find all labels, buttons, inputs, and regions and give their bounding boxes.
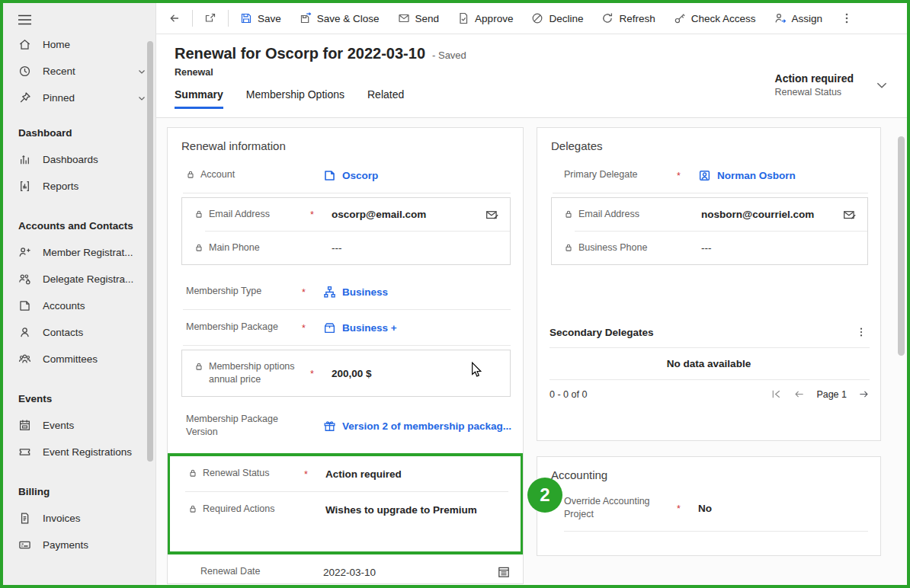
invoice-icon — [18, 512, 32, 526]
required-marker: * — [310, 368, 332, 379]
decline-button[interactable]: Decline — [522, 7, 592, 30]
more-commands-button[interactable] — [831, 7, 862, 30]
renewal-date-value[interactable]: 2022-03-10 — [323, 567, 376, 578]
sidebar-item-payments[interactable]: Payments — [3, 532, 155, 558]
field-account: Account Oscorp — [168, 158, 523, 193]
entity-name: Renewal — [175, 67, 775, 78]
field-email-address: Email Address * oscorp@email.com — [182, 198, 510, 231]
form-scrollbar[interactable] — [898, 136, 905, 356]
divider — [192, 10, 193, 27]
refresh-button[interactable]: Refresh — [592, 7, 664, 30]
home-icon — [18, 38, 32, 52]
back-icon — [168, 12, 181, 24]
membership-option-quickview: Membership options annual price * 200,00… — [181, 350, 511, 397]
sidebar-item-home[interactable]: Home — [3, 31, 155, 58]
page-label: Page 1 — [816, 389, 847, 400]
gift-icon — [323, 420, 336, 433]
sidebar-item-events[interactable]: Events — [3, 412, 155, 439]
field-package-version: Membership Package Version Version 2 of … — [168, 406, 523, 446]
sidebar-item-contacts[interactable]: Contacts — [3, 319, 155, 346]
membership-type-link[interactable]: Business — [323, 286, 388, 299]
account-icon — [323, 169, 336, 182]
header-chevron-down-icon[interactable] — [875, 78, 889, 92]
sidebar-item-delegate-registrations[interactable]: Delegate Registra... — [3, 266, 155, 292]
divider — [183, 345, 511, 346]
sidebar-item-accounts[interactable]: Accounts — [3, 292, 155, 319]
record-header: Renewal for Oscorp for 2022-03-10 - Save… — [156, 34, 907, 118]
save-icon — [240, 12, 252, 24]
account-link[interactable]: Oscorp — [323, 169, 378, 182]
sidebar-item-recent[interactable]: Recent — [3, 58, 155, 85]
form-tabs: Summary Membership Options Related — [175, 88, 775, 109]
membership-package-link[interactable]: Business + — [323, 321, 397, 334]
sidebar-item-event-registrations[interactable]: Event Registrations — [3, 439, 155, 465]
app-window: Home Recent Pinned Dashboard Dashboards … — [3, 3, 907, 585]
sidebar-item-committees[interactable]: Committees — [3, 346, 155, 372]
sidebar-item-pinned[interactable]: Pinned — [3, 85, 155, 111]
lock-icon — [564, 209, 573, 219]
dashboards-icon — [18, 153, 32, 167]
tab-membership-options[interactable]: Membership Options — [246, 88, 344, 109]
field-main-phone: Main Phone --- — [182, 232, 510, 264]
popout-button[interactable] — [195, 7, 226, 30]
sidebar-item-label: Member Registrat... — [43, 247, 133, 258]
more-icon — [841, 12, 853, 24]
divider — [228, 10, 229, 27]
next-page-icon[interactable] — [858, 388, 870, 400]
back-button[interactable] — [159, 7, 190, 30]
tab-related[interactable]: Related — [367, 88, 404, 109]
section-title: Accounting — [537, 457, 880, 487]
sitemap-sidebar: Home Recent Pinned Dashboard Dashboards … — [3, 3, 156, 585]
command-bar: Save Save & Close Send Approve Decline R… — [156, 3, 907, 34]
sidebar-item-reports[interactable]: Reports — [3, 173, 155, 200]
sidebar-item-label: Delegate Registra... — [43, 273, 133, 285]
sidebar-item-label: Accounts — [43, 300, 85, 312]
sidebar-scrollbar[interactable] — [147, 41, 153, 462]
lock-icon — [194, 242, 203, 253]
contact-card-icon — [698, 169, 711, 182]
check-access-button[interactable]: Check Access — [665, 7, 765, 30]
compose-email-icon[interactable] — [485, 208, 499, 222]
chevron-down-icon — [137, 67, 146, 76]
page-title: Renewal for Oscorp for 2022-03-10 — [175, 45, 425, 62]
divider — [564, 531, 868, 532]
clock-icon — [18, 65, 32, 78]
date-picker-calendar-icon[interactable] — [497, 565, 511, 579]
field-renewal-status: Renewal Status * Action required — [170, 456, 521, 491]
approve-button[interactable]: Approve — [448, 7, 522, 30]
sidebar-item-invoices[interactable]: Invoices — [3, 505, 155, 532]
primary-delegate-link[interactable]: Norman Osborn — [698, 169, 796, 182]
required-marker: * — [304, 468, 325, 480]
assign-icon — [774, 12, 787, 24]
assign-button[interactable]: Assign — [765, 7, 832, 30]
renewal-status-value: Action required — [325, 468, 402, 480]
divider — [183, 193, 511, 193]
sidebar-item-dashboards[interactable]: Dashboards — [3, 146, 155, 173]
popout-icon — [204, 12, 216, 24]
sidebar-item-label: Invoices — [43, 513, 81, 524]
account-quickview: Email Address * oscorp@email.com Main Ph… — [181, 197, 511, 265]
save-button[interactable]: Save — [231, 7, 290, 30]
field-required-actions: Required Actions Wishes to upgrade to Pr… — [170, 492, 521, 527]
save-and-close-button[interactable]: Save & Close — [290, 7, 389, 30]
lock-icon — [186, 169, 195, 180]
package-icon — [323, 321, 336, 334]
field-annual-price: Membership options annual price * 200,00… — [182, 350, 510, 396]
field-override-accounting-project: Override Accounting Project * No — [537, 487, 880, 529]
package-version-link[interactable]: Version 2 of membership packag... — [323, 420, 511, 433]
compose-email-icon[interactable] — [843, 208, 857, 222]
email-value: oscorp@email.com — [332, 209, 426, 220]
sidebar-item-member-registrations[interactable]: Member Registrat... — [3, 239, 155, 266]
people-gear-icon — [18, 273, 32, 286]
required-marker: * — [302, 286, 323, 298]
send-button[interactable]: Send — [389, 7, 449, 30]
hamburger-menu-button[interactable] — [3, 3, 155, 31]
override-accounting-value: No — [698, 503, 712, 514]
previous-page-icon[interactable] — [793, 388, 805, 400]
tab-summary[interactable]: Summary — [175, 88, 223, 109]
required-marker: * — [677, 503, 698, 514]
header-status: Action required Renewal Status — [775, 72, 854, 97]
subgrid-more-icon[interactable] — [851, 324, 871, 340]
refresh-icon — [601, 12, 614, 24]
first-page-icon[interactable] — [771, 388, 782, 400]
